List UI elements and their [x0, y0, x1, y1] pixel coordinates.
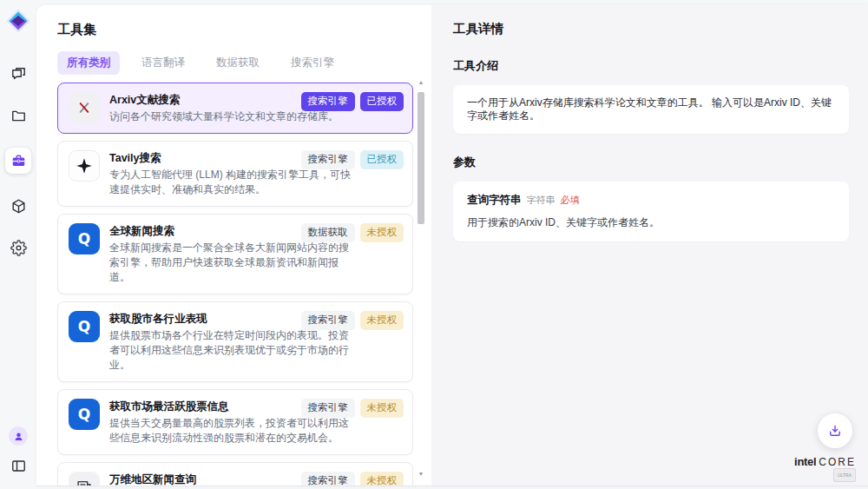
app-logo: [6, 9, 30, 33]
intel-wordmark: intel: [794, 455, 816, 468]
folder-icon[interactable]: [9, 106, 28, 125]
intro-text: 一个用于从Arxiv存储库搜索科学论文和文章的工具。 输入可以是Arxiv ID…: [467, 96, 835, 122]
q-search-icon: Q: [69, 223, 100, 254]
category-badge: 搜索引擎: [301, 92, 355, 111]
detail-title: 工具详情: [453, 21, 849, 37]
download-button[interactable]: [818, 413, 852, 448]
toolbox-icon[interactable]: [5, 148, 31, 174]
category-badge: 搜索引擎: [301, 472, 355, 486]
q-search-icon: Q: [69, 311, 100, 342]
param-description: 用于搜索的Arxiv ID、关键字或作者姓名。: [467, 215, 835, 230]
category-badge: 搜索引擎: [301, 399, 355, 418]
category-tabs: 所有类别 语言翻译 数据获取 搜索引擎: [57, 51, 431, 75]
tool-card-global-news[interactable]: Q 全球新闻搜索 全球新闻搜索是一个聚合全球各大新闻网站内容的搜索引擎，帮助用户…: [57, 214, 413, 294]
tab-data-fetch[interactable]: 数据获取: [207, 51, 269, 75]
cube-icon[interactable]: [9, 196, 28, 215]
param-name: 查询字符串: [467, 193, 522, 208]
list-scrollbar[interactable]: ▲ ▼: [417, 78, 425, 479]
collapse-panel-icon[interactable]: [9, 456, 28, 475]
tool-description: 专为人工智能代理 (LLM) 构建的搜索引擎工具，可快速提供实时、准确和真实的结…: [109, 168, 357, 197]
tool-description: 访问各个研究领域大量科学论文和文章的存储库。: [109, 109, 357, 124]
intel-core-logo: intelCORE ULTRA: [794, 456, 856, 482]
category-badge: 数据获取: [301, 223, 355, 242]
status-badge: 未授权: [360, 223, 404, 242]
arxiv-logo-icon: [69, 92, 100, 123]
tool-card-regional-news[interactable]: 万维地区新闻查询 查询具体行政区划内的新闻，快速了解各地新闻动 搜索引擎 未授权: [57, 462, 413, 486]
core-wordmark: CORE: [819, 456, 856, 468]
tool-description: 全球新闻搜索是一个聚合全球各大新闻网站内容的搜索引擎，帮助用户快速获取全球最新资…: [109, 241, 357, 285]
ultra-badge: ULTRA: [833, 468, 856, 482]
chat-icon[interactable]: [9, 64, 28, 83]
tool-card-tavily[interactable]: Tavily搜索 专为人工智能代理 (LLM) 构建的搜索引擎工具，可快速提供实…: [57, 141, 413, 207]
download-icon: [827, 423, 843, 439]
status-badge: 已授权: [360, 150, 404, 169]
tool-list: Arxiv文献搜索 访问各个研究领域大量科学论文和文章的存储库。 搜索引擎 已授…: [57, 83, 413, 486]
param-required-flag: 必填: [561, 194, 580, 207]
tab-search-engine[interactable]: 搜索引擎: [281, 51, 344, 75]
intro-heading: 工具介绍: [453, 58, 849, 74]
tool-list-panel: 工具集 所有类别 语言翻译 数据获取 搜索引擎 Arxiv文献搜索 访问各个研究…: [36, 5, 431, 486]
left-rail: [0, 0, 36, 489]
avatar[interactable]: [9, 426, 28, 446]
q-search-icon: Q: [69, 399, 100, 430]
status-badge: 已授权: [360, 92, 404, 111]
tool-card-active-stocks[interactable]: Q 获取市场最活跃股票信息 提供当天交易量最高的股票列表，投资者可以利用这些信息…: [57, 389, 413, 455]
tool-detail-panel: 工具详情 工具介绍 一个用于从Arxiv存储库搜索科学论文和文章的工具。 输入可…: [431, 5, 868, 486]
tab-all-categories[interactable]: 所有类别: [57, 51, 120, 75]
tool-card-sector-performance[interactable]: Q 获取股市各行业表现 提供股票市场各个行业在特定时间段内的表现。投资者可以利用…: [57, 301, 413, 382]
newspaper-icon: [69, 472, 100, 486]
gear-icon[interactable]: [9, 238, 28, 257]
status-badge: 未授权: [360, 311, 404, 330]
scrollbar-down-arrow[interactable]: ▼: [417, 470, 425, 479]
tool-description: 提供股票市场各个行业在特定时间段内的表现。投资者可以利用这些信息来识别表现优于或…: [109, 328, 357, 373]
intro-card: 一个用于从Arxiv存储库搜索科学论文和文章的工具。 输入可以是Arxiv ID…: [453, 85, 849, 134]
rail-bottom: [9, 426, 28, 475]
scrollbar-up-arrow[interactable]: ▲: [417, 78, 425, 87]
tool-description: 提供当天交易量最高的股票列表，投资者可以利用这些信息来识别流动性强的股票和潜在的…: [109, 416, 357, 446]
status-badge: 未授权: [360, 399, 404, 418]
category-badge: 搜索引擎: [301, 150, 355, 169]
category-badge: 搜索引擎: [301, 311, 355, 330]
parameter-card: 查询字符串 字符串 必填 用于搜索的Arxiv ID、关键字或作者姓名。: [453, 182, 849, 241]
status-badge: 未授权: [360, 472, 404, 486]
tab-language-translation[interactable]: 语言翻译: [132, 51, 194, 75]
rail-nav: [5, 64, 31, 257]
tool-card-arxiv[interactable]: Arxiv文献搜索 访问各个研究领域大量科学论文和文章的存储库。 搜索引擎 已授…: [57, 83, 413, 134]
page-title: 工具集: [57, 22, 431, 38]
tavily-star-icon: [69, 150, 100, 182]
scrollbar-thumb[interactable]: [418, 92, 424, 224]
content-window: 工具集 所有类别 语言翻译 数据获取 搜索引擎 Arxiv文献搜索 访问各个研究…: [36, 5, 868, 486]
params-heading: 参数: [453, 155, 849, 170]
param-type: 字符串: [527, 194, 556, 207]
